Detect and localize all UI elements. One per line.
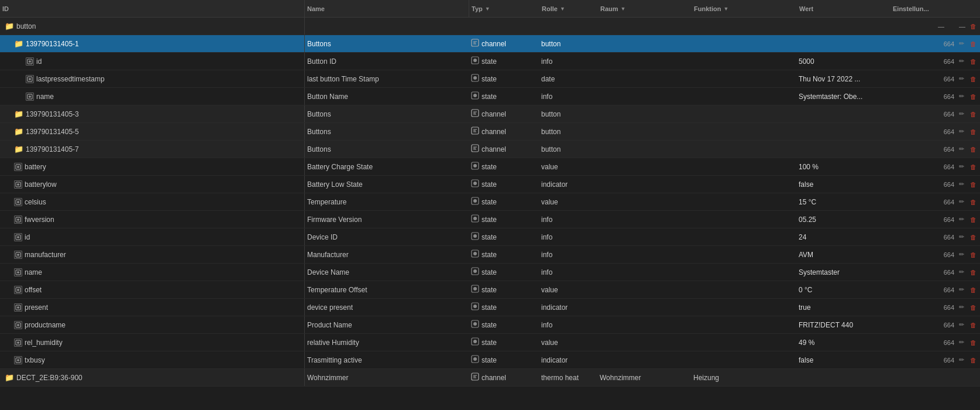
delete-button[interactable]: 🗑 <box>969 110 978 118</box>
table-row[interactable]: txbusyTrasmitting activestateindicatorfa… <box>0 351 980 369</box>
folder-icon: 📁 <box>14 110 23 118</box>
cell-einstellung: 664✏🗑 <box>890 141 980 158</box>
edit-button[interactable]: ✏ <box>958 338 965 347</box>
header-wert[interactable]: Wert <box>797 5 890 12</box>
table-row[interactable]: offsetTemperature Offsetstatevalue0 °C66… <box>0 281 980 299</box>
edit-button[interactable]: ✏ <box>958 180 965 189</box>
cell-rolle: value <box>539 334 597 351</box>
table-row[interactable]: manufacturerManufacturerstateinfoAVM664✏… <box>0 246 980 264</box>
svg-point-61 <box>17 359 19 361</box>
header-rolle-label: Rolle <box>542 5 558 12</box>
cell-einstellung: 664✏🗑 <box>890 211 980 228</box>
table-row[interactable]: productnameProduct NamestateinfoFRITZ!DE… <box>0 316 980 334</box>
delete-button[interactable]: 🗑 <box>969 339 978 347</box>
table-row[interactable]: 📁139790131405-1Buttonschannelbutton664✏🗑 <box>0 35 980 53</box>
num-badge: 664 <box>937 322 954 329</box>
delete-button[interactable]: 🗑 <box>969 75 978 83</box>
edit-button[interactable]: ✏ <box>958 250 965 259</box>
delete-button[interactable]: 🗑 <box>969 57 978 66</box>
edit-button[interactable]: ✏ <box>958 215 965 224</box>
edit-button[interactable]: ✏ <box>958 92 965 101</box>
table-row[interactable]: idDevice IDstateinfo24664✏🗑 <box>0 228 980 246</box>
table-row[interactable]: fwversionFirmware Versionstateinfo05.256… <box>0 211 980 228</box>
delete-button[interactable]: 🗑 <box>969 22 978 30</box>
id-text: productname <box>25 321 66 329</box>
delete-button[interactable]: 🗑 <box>969 233 978 241</box>
typ-text: channel <box>482 374 506 382</box>
table-row[interactable]: presentdevice presentstateindicatortrue6… <box>0 299 980 316</box>
cell-typ: state <box>469 316 539 333</box>
edit-button[interactable]: ✏ <box>958 145 965 153</box>
table-row[interactable]: 📁139790131405-5Buttonschannelbutton664✏🗑 <box>0 123 980 141</box>
edit-button[interactable]: ✏ <box>958 110 965 118</box>
cell-typ: state <box>469 281 539 298</box>
delete-button[interactable]: 🗑 <box>969 128 978 136</box>
table-row[interactable]: idButton IDstateinfo5000664✏🗑 <box>0 53 980 70</box>
cell-name: Battery Low State <box>305 176 469 193</box>
header-einstellung[interactable]: Einstellun... <box>890 5 980 12</box>
delete-button[interactable]: 🗑 <box>969 180 978 189</box>
edit-button[interactable]: ✏ <box>958 162 965 171</box>
cell-einstellung: 664✏🗑 <box>890 193 980 210</box>
file-icon <box>14 216 22 224</box>
cell-wert: 100 % <box>796 158 890 175</box>
edit-button[interactable]: ✏ <box>958 127 965 136</box>
delete-button[interactable]: 🗑 <box>969 303 978 312</box>
delete-button[interactable]: 🗑 <box>969 163 978 171</box>
edit-button[interactable]: ✏ <box>958 197 965 206</box>
edit-button[interactable]: ✏ <box>958 320 965 329</box>
table-row[interactable]: 📁139790131405-3Buttonschannelbutton664✏🗑 <box>0 105 980 123</box>
delete-button[interactable]: 🗑 <box>969 251 978 259</box>
table-row[interactable]: celsiusTemperaturestatevalue15 °C664✏🗑 <box>0 193 980 211</box>
delete-button[interactable]: 🗑 <box>969 216 978 224</box>
table-row[interactable]: 📁DECT_2E:B9:36-900Wohnzimmerchanneltherm… <box>0 369 980 387</box>
edit-button[interactable]: ✏ <box>958 303 965 312</box>
delete-button[interactable]: 🗑 <box>969 93 978 101</box>
delete-button[interactable]: 🗑 <box>969 40 978 48</box>
header-funktion[interactable]: Funktion ▼ <box>692 5 797 12</box>
table-row[interactable]: rel_humidityrelative Humiditystatevalue4… <box>0 334 980 351</box>
state-icon <box>471 197 479 207</box>
file-icon <box>14 286 22 294</box>
state-icon <box>471 162 479 172</box>
cell-rolle: info <box>539 264 597 281</box>
cell-rolle: indicator <box>539 299 597 316</box>
table-row[interactable]: lastpressedtimestamplast button Time Sta… <box>0 70 980 88</box>
table-row[interactable]: batterylowBattery Low Statestateindicato… <box>0 176 980 193</box>
delete-button[interactable]: 🗑 <box>969 198 978 206</box>
header-raum[interactable]: Raum ▼ <box>598 5 692 12</box>
edit-button[interactable]: ✏ <box>958 57 965 66</box>
header-typ[interactable]: Typ ▼ <box>469 5 539 12</box>
table-row[interactable]: nameButton NamestateinfoSystemtaster: Ob… <box>0 88 980 105</box>
header-id[interactable]: ID <box>0 5 304 12</box>
edit-button[interactable]: ✏ <box>958 285 965 294</box>
cell-rolle: info <box>539 228 597 245</box>
table-row[interactable]: 📁139790131405-7Buttonschannelbutton664✏🗑 <box>0 141 980 158</box>
num-badge: 664 <box>937 58 954 65</box>
cell-funktion <box>691 193 796 210</box>
header-rolle[interactable]: Rolle ▼ <box>539 5 598 12</box>
cell-typ: state <box>469 246 539 263</box>
edit-button[interactable]: ✏ <box>958 356 965 364</box>
header-name[interactable]: Name <box>305 5 469 12</box>
cell-raum <box>597 158 691 175</box>
table-row[interactable]: batteryBattery Charge Statestatevalue100… <box>0 158 980 176</box>
edit-button[interactable]: ✏ <box>958 268 965 276</box>
svg-point-53 <box>17 324 19 326</box>
edit-button[interactable]: ✏ <box>958 74 965 83</box>
cell-typ: channel <box>469 35 539 52</box>
num-badge: 664 <box>937 251 954 258</box>
delete-button[interactable]: 🗑 <box>969 286 978 294</box>
delete-button[interactable]: 🗑 <box>969 145 978 153</box>
table-row[interactable]: 📁button——🗑 <box>0 18 980 35</box>
cell-raum <box>597 53 691 70</box>
table-row[interactable]: nameDevice NamestateinfoSystemtaster664✏… <box>0 264 980 281</box>
delete-button[interactable]: 🗑 <box>969 356 978 364</box>
delete-button[interactable]: 🗑 <box>969 268 978 276</box>
num-badge: 664 <box>937 269 954 276</box>
typ-text: channel <box>482 128 506 136</box>
delete-button[interactable]: 🗑 <box>969 321 978 329</box>
edit-button[interactable]: ✏ <box>958 233 965 241</box>
folder-icon: 📁 <box>5 373 14 382</box>
edit-button[interactable]: ✏ <box>958 39 965 48</box>
